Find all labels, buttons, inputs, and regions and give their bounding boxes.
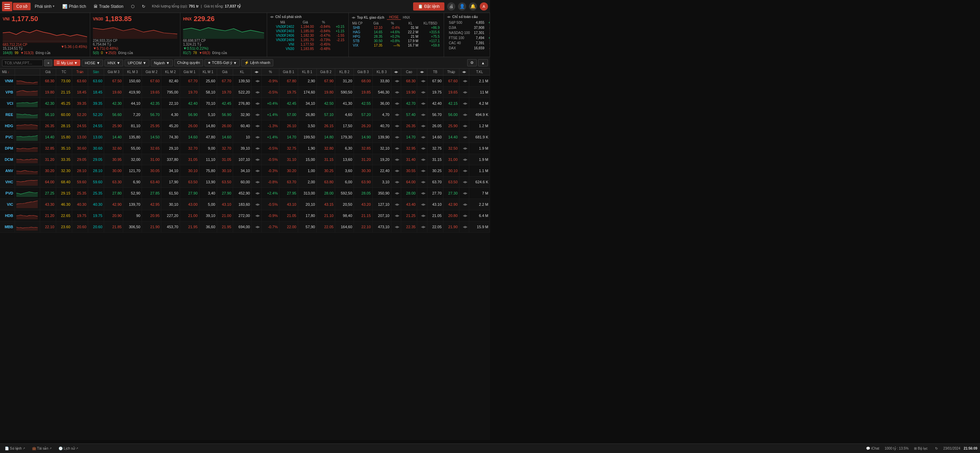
th-expand-1[interactable]: ◀▶ bbox=[251, 69, 262, 75]
cell-expand2[interactable]: ◀▶ bbox=[391, 221, 401, 233]
topkl-row[interactable]: HPG 28.35 +0.2% 21 M +75.5 bbox=[352, 34, 441, 39]
cell-expand2[interactable]: ◀▶ bbox=[391, 154, 401, 165]
cell-gia[interactable]: 27.25 bbox=[40, 188, 56, 199]
tab-coso[interactable]: Cơ sở bbox=[13, 3, 30, 10]
cell-gia[interactable]: 14.40 bbox=[40, 132, 56, 143]
cell-expand1[interactable]: ◀▶ bbox=[251, 109, 262, 121]
cell-expand1[interactable]: ◀▶ bbox=[251, 165, 262, 176]
cell-expand2[interactable]: ◀▶ bbox=[391, 98, 401, 109]
cell-expand1[interactable]: ◀▶ bbox=[251, 154, 262, 165]
cell-gia[interactable]: 32.85 bbox=[40, 143, 56, 154]
th-cao[interactable]: Cao bbox=[401, 69, 417, 75]
cell-ma[interactable]: DCM bbox=[0, 154, 14, 165]
cell-expand4[interactable]: ◀▶ bbox=[459, 109, 469, 121]
cell-expand3[interactable]: ◀▶ bbox=[417, 165, 427, 176]
cell-gia[interactable]: 68.30 bbox=[40, 75, 56, 87]
cell-expand1[interactable]: ◀▶ bbox=[251, 199, 262, 210]
th-pct[interactable]: % bbox=[262, 69, 279, 75]
th-gia-m1[interactable]: Giá M 1 bbox=[180, 69, 199, 75]
th-gia[interactable]: Giá bbox=[40, 69, 56, 75]
th-match-kl[interactable]: KL bbox=[233, 69, 251, 75]
cell-expand3[interactable]: ◀▶ bbox=[417, 132, 427, 143]
th-gia-m3[interactable]: Giá M 3 bbox=[104, 69, 123, 75]
cell-expand2[interactable]: ◀▶ bbox=[391, 188, 401, 199]
phaisinh-row[interactable]: VN30F2402 1,184.00 -0.84% +0.15 bbox=[270, 24, 346, 29]
search-input[interactable] bbox=[2, 59, 43, 66]
avatar-btn[interactable]: A bbox=[480, 2, 488, 11]
tab-phaisinh[interactable]: Phái sinh ▼ bbox=[31, 3, 58, 10]
cell-ma[interactable]: MBB bbox=[0, 221, 14, 233]
th-san[interactable]: Sàn bbox=[88, 69, 104, 75]
cell-expand2[interactable]: ◀▶ bbox=[391, 165, 401, 176]
cell-expand1[interactable]: ◀▶ bbox=[251, 176, 262, 188]
cell-expand3[interactable]: ◀▶ bbox=[417, 154, 427, 165]
cell-expand1[interactable]: ◀▶ bbox=[251, 98, 262, 109]
cell-ma[interactable]: VNM bbox=[0, 75, 14, 87]
table-row[interactable]: PVD 27.25 29.15 25.35 25.35 27.80 52,90 … bbox=[0, 188, 490, 199]
cell-gia[interactable]: 56.10 bbox=[40, 109, 56, 121]
cell-ma[interactable]: ANV bbox=[0, 165, 14, 176]
phaisinh-row[interactable]: VNI 1,177.50 -0.45% bbox=[270, 42, 346, 46]
cell-expand2[interactable]: ◀▶ bbox=[391, 132, 401, 143]
cell-expand3[interactable]: ◀▶ bbox=[417, 176, 427, 188]
menu-button[interactable] bbox=[2, 2, 12, 11]
phaisinh-row[interactable]: VN30F2409 1,181.70 -0.73% -2.15 bbox=[270, 38, 346, 42]
lenhnanh-button[interactable]: ⚡ Lệnh nhanh bbox=[241, 59, 273, 66]
cell-expand3[interactable]: ◀▶ bbox=[417, 221, 427, 233]
nganh-button[interactable]: Ngành ▼ bbox=[151, 59, 172, 66]
topkl-row[interactable]: VIX 17.35 —% 16.7 M +59.8 bbox=[352, 43, 441, 48]
cell-expand1[interactable]: ◀▶ bbox=[251, 87, 262, 98]
table-row[interactable]: VNM 68.30 73.00 63.60 63.60 67.50 150,60… bbox=[0, 75, 490, 87]
table-row[interactable]: REE 56.10 60.00 52.20 52.20 56.60 7,20 5… bbox=[0, 109, 490, 121]
cell-gia[interactable]: 43.30 bbox=[40, 199, 56, 210]
global-row[interactable]: CAC 40 7,391 -0.3% bbox=[447, 40, 490, 46]
cell-gia[interactable]: 22.10 bbox=[40, 221, 56, 233]
cell-expand4[interactable]: ◀▶ bbox=[459, 176, 469, 188]
th-kl-m2[interactable]: KL M 2 bbox=[161, 69, 180, 75]
cell-expand4[interactable]: ◀▶ bbox=[459, 154, 469, 165]
cell-gia[interactable]: 42.30 bbox=[40, 98, 56, 109]
cell-expand4[interactable]: ◀▶ bbox=[459, 132, 469, 143]
table-row[interactable]: MBB 22.10 23.60 20.60 20.60 21.85 306,50… bbox=[0, 221, 490, 233]
th-expand-2[interactable]: ◀▶ bbox=[391, 69, 401, 75]
th-tb[interactable]: TB bbox=[427, 69, 443, 75]
th-giab2[interactable]: Giá B 2 bbox=[317, 69, 335, 75]
cell-expand4[interactable]: ◀▶ bbox=[459, 221, 469, 233]
connect-button[interactable]: ⬡ bbox=[127, 3, 138, 10]
global-expand[interactable]: ◀▶ bbox=[447, 15, 451, 18]
settings-button[interactable]: ⚙ bbox=[467, 59, 477, 66]
global-row[interactable]: NASDAQ 100 17,301 -0.2% bbox=[447, 30, 490, 35]
table-row[interactable]: HDB 21.20 22.65 19.75 19.75 20.90 90 20.… bbox=[0, 210, 490, 221]
reload-button[interactable]: ↻ bbox=[138, 3, 149, 10]
cell-expand1[interactable]: ◀▶ bbox=[251, 210, 262, 221]
cell-expand3[interactable]: ◀▶ bbox=[417, 199, 427, 210]
phaisinh-expand[interactable]: ◀▶ bbox=[270, 15, 274, 18]
global-row[interactable]: DAX 16,659 -0.1% bbox=[447, 46, 490, 51]
tcbs-goiy-button[interactable]: ★ TCBS-Gợi ý ▼ bbox=[205, 59, 240, 66]
phaisinh-row[interactable]: VN30F2403 1,185.00 -0.84% +1.15 bbox=[270, 29, 346, 33]
order-button[interactable]: 📋 Đặt lệnh bbox=[413, 2, 444, 11]
cell-gia[interactable]: 31.20 bbox=[40, 154, 56, 165]
hose-button[interactable]: HOSE ▼ bbox=[82, 59, 103, 66]
cell-expand1[interactable]: ◀▶ bbox=[251, 132, 262, 143]
cell-expand2[interactable]: ◀▶ bbox=[391, 121, 401, 132]
th-kl-m1[interactable]: KL M 1 bbox=[199, 69, 217, 75]
topkl-row[interactable]: HAG 14.65 +4.6% 22.2 M +315.6 bbox=[352, 30, 441, 34]
cell-ma[interactable]: PVD bbox=[0, 188, 14, 199]
topkl-row[interactable]: SHB 12.10 -0.4% 31 M +86.9 bbox=[352, 25, 441, 30]
th-klb1[interactable]: KL B 1 bbox=[298, 69, 317, 75]
table-row[interactable]: HDG 26.35 28.15 24.55 24.55 25.90 81,10 … bbox=[0, 121, 490, 132]
cell-expand1[interactable]: ◀▶ bbox=[251, 221, 262, 233]
table-row[interactable]: VCI 42.30 45.25 39.35 39.35 42.30 44,10 … bbox=[0, 98, 490, 109]
cell-gia[interactable]: 64.00 bbox=[40, 176, 56, 188]
cell-expand2[interactable]: ◀▶ bbox=[391, 210, 401, 221]
table-row[interactable]: ANV 30.20 32.30 28.10 28.10 30.00 121,70… bbox=[0, 165, 490, 176]
main-table-container[interactable]: Mã ↕ Giá TC Trần Sàn Giá M 3 KL M 3 Giá … bbox=[0, 69, 490, 440]
cell-expand2[interactable]: ◀▶ bbox=[391, 75, 401, 87]
cell-ma[interactable]: REE bbox=[0, 109, 14, 121]
th-expand-3[interactable]: ◀▶ bbox=[417, 69, 427, 75]
cell-ma[interactable]: VIC bbox=[0, 199, 14, 210]
global-row[interactable]: FTSE 100 7,494 +0.1% bbox=[447, 35, 490, 40]
table-row[interactable]: PVC 14.40 15.80 13.00 13.00 14.40 135,80… bbox=[0, 132, 490, 143]
cell-ma[interactable]: VCI bbox=[0, 98, 14, 109]
